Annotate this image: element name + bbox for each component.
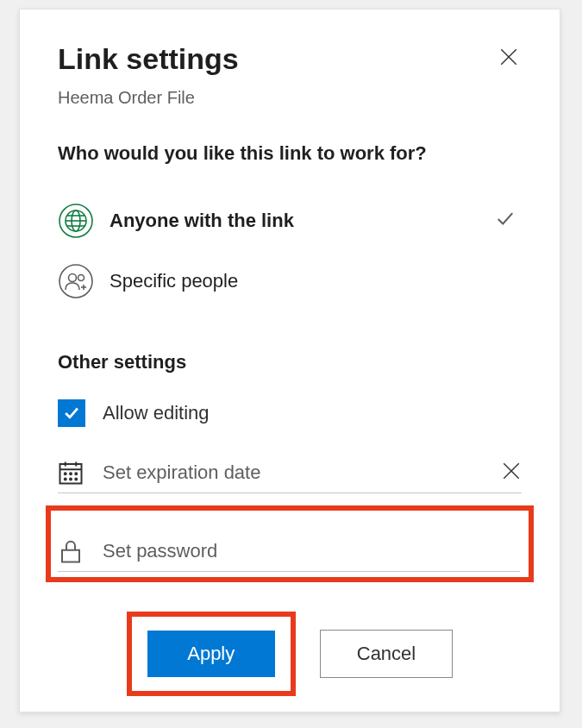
expiration-input[interactable] (103, 461, 522, 484)
checkmark-icon (62, 404, 81, 423)
svg-point-21 (70, 479, 72, 480)
svg-point-20 (65, 479, 66, 480)
svg-rect-25 (62, 550, 79, 562)
svg-point-22 (75, 479, 77, 480)
button-row: Apply Cancel (58, 612, 522, 696)
close-icon (500, 48, 517, 66)
people-icon (58, 263, 94, 299)
password-input[interactable] (103, 540, 520, 562)
svg-point-9 (69, 274, 77, 282)
link-settings-dialog: Link settings Heema Order File Who would… (19, 9, 560, 712)
globe-icon (58, 203, 94, 239)
allow-editing-checkbox[interactable] (58, 399, 85, 427)
close-button[interactable] (494, 42, 523, 72)
cancel-button[interactable]: Cancel (320, 630, 453, 678)
svg-point-10 (78, 275, 84, 281)
svg-point-8 (59, 265, 92, 298)
lock-icon (58, 538, 84, 564)
svg-point-18 (70, 473, 72, 474)
option-specific[interactable]: Specific people (58, 251, 522, 311)
svg-point-19 (75, 473, 77, 474)
other-settings-header: Other settings (58, 351, 522, 373)
check-icon (496, 210, 515, 232)
calendar-icon (58, 460, 84, 486)
option-specific-label: Specific people (110, 270, 238, 292)
dialog-subtitle: Heema Order File (58, 88, 522, 108)
apply-button[interactable]: Apply (147, 631, 275, 677)
svg-point-17 (65, 473, 66, 474)
scope-prompt: Who would you like this link to work for… (58, 142, 522, 165)
option-anyone-label: Anyone with the link (110, 210, 294, 232)
clear-expiration-button[interactable] (503, 462, 520, 483)
close-icon (503, 462, 520, 480)
expiration-row (58, 441, 522, 493)
apply-highlight: Apply (127, 612, 296, 696)
password-row (58, 526, 520, 572)
option-anyone[interactable]: Anyone with the link (58, 191, 522, 251)
allow-editing-label: Allow editing (103, 402, 210, 424)
dialog-title: Link settings (58, 42, 522, 76)
password-highlight (46, 505, 534, 582)
allow-editing-row: Allow editing (58, 392, 522, 441)
